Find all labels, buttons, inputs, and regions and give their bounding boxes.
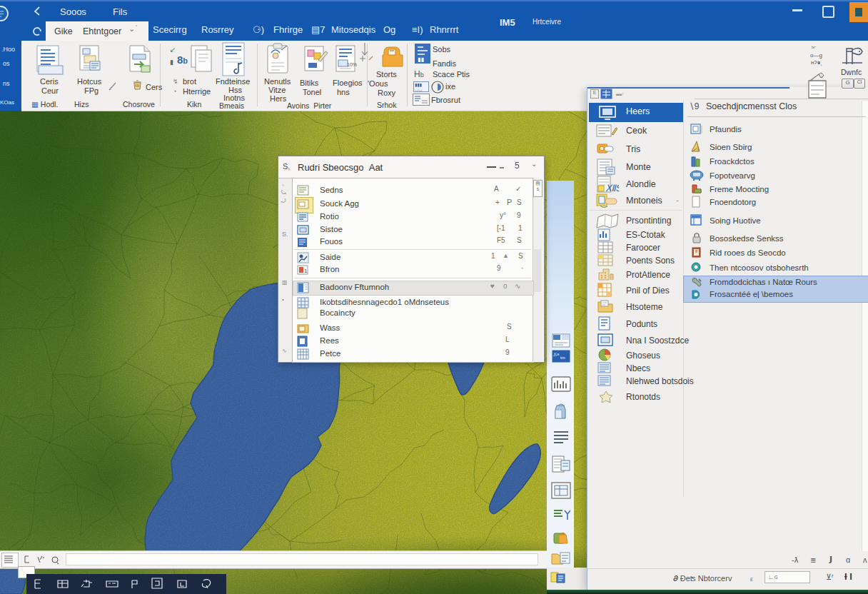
svg-text:ⅫS: ⅫS xyxy=(605,183,619,193)
svg-text:◡◡: ◡◡ xyxy=(415,87,422,91)
svg-text:▮▮: ▮▮ xyxy=(418,56,424,63)
svg-text:1: 1 xyxy=(304,268,308,274)
svg-text:tm: tm xyxy=(560,356,565,360)
svg-text:ᵗᵛ´: ᵗᵛ´ xyxy=(812,45,817,51)
svg-text:̲K̲a: ̲K̲a xyxy=(552,352,560,356)
svg-text:ʜʔ๑˛: ʜʔ๑˛ xyxy=(811,59,822,66)
svg-text:o—ɡ: o—ɡ xyxy=(810,52,822,59)
svg-text:10%: 10% xyxy=(347,62,357,67)
